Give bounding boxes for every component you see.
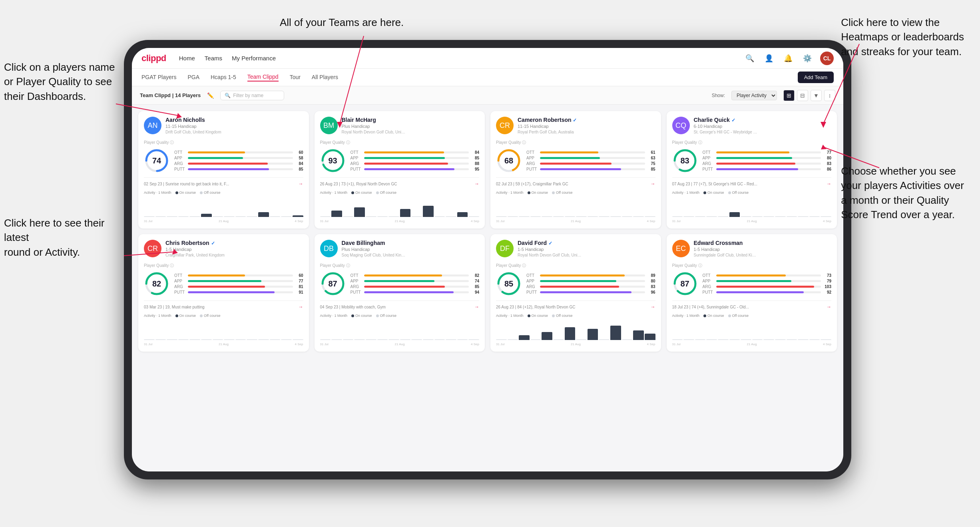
stat-row: OTT 84 — [351, 150, 480, 155]
chart-bar — [821, 339, 831, 340]
latest-round[interactable]: 07 Aug 23 | 77 (+7), St George's Hill GC… — [672, 177, 832, 187]
player-name[interactable]: Charlie Quick ✓ — [694, 117, 832, 123]
stats-grid: OTT 84 APP 85 ARG 88 PUTT 95 — [351, 150, 480, 171]
nav-logo[interactable]: clippd — [141, 53, 166, 64]
latest-round[interactable]: 04 Sep 23 | Mobility with coach, Gym → — [320, 300, 480, 310]
quality-label: Player Quality ⓘ — [320, 140, 480, 145]
chart-bar — [610, 326, 621, 340]
quality-ring[interactable]: 93 — [320, 148, 346, 173]
subnav-all-players[interactable]: All Players — [312, 74, 338, 81]
activity-title: Activity · 1 Month — [144, 191, 171, 195]
latest-round[interactable]: 26 Aug 23 | 73 (+1), Royal North Devon G… — [320, 177, 480, 187]
stat-row: PUTT 86 — [703, 167, 832, 171]
player-club: Royal North Devon Golf Club, United Kin.… — [518, 253, 582, 258]
subnav-pga[interactable]: PGA — [187, 74, 199, 81]
chart-bar — [434, 339, 445, 340]
quality-ring[interactable]: 83 — [672, 148, 698, 173]
player-card[interactable]: CR Cameron Robertson ✓ 11-15 Handicap Ro… — [490, 111, 661, 229]
chart-bar — [508, 339, 518, 340]
quality-ring[interactable]: 68 — [496, 148, 522, 173]
edit-icon[interactable]: ✏️ — [207, 92, 214, 99]
on-course-dot — [703, 314, 706, 317]
latest-round[interactable]: 26 Aug 23 | 84 (+12), Royal North Devon … — [496, 300, 655, 310]
annotation-left-bottom: Click here to see their latestround or A… — [4, 216, 124, 259]
view-grid-large[interactable]: ⊞ — [783, 90, 795, 101]
player-card[interactable]: BM Blair McHarg Plus Handicap Royal Nort… — [315, 111, 485, 229]
chart-bar — [235, 216, 246, 217]
quality-ring[interactable]: 87 — [320, 271, 346, 296]
chart-bar — [377, 216, 388, 217]
on-course-label: On course — [532, 314, 548, 318]
quality-ring[interactable]: 82 — [144, 271, 169, 296]
search-box[interactable]: 🔍 Filter by name — [220, 91, 284, 100]
player-name[interactable]: Edward Crossman — [694, 240, 832, 247]
quality-section: 82 OTT 60 APP 77 ARG 81 PUTT — [144, 271, 303, 296]
avatar[interactable]: CL — [820, 52, 834, 65]
show-select[interactable]: Player Activity — [731, 91, 777, 100]
chart-bar — [775, 339, 786, 340]
stat-label: OTT — [174, 273, 185, 278]
player-name[interactable]: Aaron Nicholls — [165, 117, 303, 123]
player-name[interactable]: Dave Billingham — [342, 240, 480, 247]
bell-icon[interactable]: 🔔 — [782, 52, 795, 65]
nav-my-performance[interactable]: My Performance — [232, 53, 276, 63]
person-icon[interactable]: 👤 — [763, 52, 775, 65]
stat-value: 60 — [295, 273, 303, 278]
latest-round[interactable]: 02 Jul 23 | 59 (+17), Craigmillar Park G… — [496, 177, 655, 187]
player-card[interactable]: EC Edward Crossman 1-5 Handicap Sunningd… — [667, 234, 837, 352]
chart-bar — [377, 339, 388, 340]
chart-bar — [331, 211, 342, 217]
player-card[interactable]: DB Dave Billingham Plus Handicap Soq Mag… — [315, 234, 485, 352]
chart-bar — [553, 339, 564, 340]
nav-teams[interactable]: Teams — [205, 53, 222, 63]
player-card[interactable]: AN Aaron Nicholls 11-15 Handicap Drift G… — [138, 111, 309, 229]
quality-section: 74 OTT 60 APP 58 ARG 84 PUTT — [144, 148, 303, 173]
nav-home[interactable]: Home — [179, 53, 195, 63]
player-name[interactable]: Blair McHarg — [342, 117, 480, 123]
chart-bar — [213, 339, 223, 340]
quality-ring[interactable]: 85 — [496, 271, 522, 296]
chart-bar — [468, 339, 479, 340]
latest-round[interactable]: 02 Sep 23 | Sunrise round to get back in… — [144, 177, 303, 187]
chart-bar — [411, 339, 422, 340]
player-name[interactable]: David Ford ✓ — [518, 240, 655, 247]
player-card[interactable]: CR Chris Robertson ✓ 1-5 Handicap Craigm… — [138, 234, 309, 352]
stat-label: ARG — [703, 161, 714, 166]
player-avatar: AN — [144, 117, 161, 134]
view-grid-small[interactable]: ⊟ — [797, 90, 808, 101]
latest-round[interactable]: 03 Mar 23 | 19, Must make putting → — [144, 300, 303, 310]
player-handicap: 1-5 Handicap — [694, 247, 832, 253]
chart-bar — [775, 216, 786, 217]
add-team-button[interactable]: Add Team — [798, 72, 834, 83]
player-card[interactable]: DF David Ford ✓ 1-5 Handicap Royal North… — [490, 234, 661, 352]
subnav-team-clippd[interactable]: Team Clippd — [247, 74, 279, 82]
latest-round[interactable]: 18 Jul 23 | 74 (+4), Sunningdale GC - Ol… — [672, 300, 832, 310]
chart-bars — [496, 199, 655, 217]
chart-label-mid: 21 Aug — [571, 342, 581, 346]
view-filter[interactable]: ▼ — [811, 90, 822, 101]
player-info: Blair McHarg Plus Handicap Royal North D… — [342, 117, 480, 135]
player-name[interactable]: Cameron Robertson ✓ — [518, 117, 655, 123]
quality-ring[interactable]: 87 — [672, 271, 698, 296]
quality-ring[interactable]: 74 — [144, 148, 169, 173]
view-sort[interactable]: ↕ — [824, 90, 835, 101]
player-header: CQ Charlie Quick ✓ 6-10 Handicap St. Geo… — [672, 117, 832, 135]
round-arrow: → — [651, 304, 655, 310]
subnav-hcaps[interactable]: Hcaps 1-5 — [211, 74, 236, 81]
player-name[interactable]: Chris Robertson ✓ — [165, 240, 303, 247]
subnav-tour[interactable]: Tour — [290, 74, 301, 81]
chart-label-end: 4 Sep — [471, 342, 479, 346]
quality-label: Player Quality ⓘ — [144, 263, 303, 268]
stat-value: 80 — [647, 279, 655, 283]
subnav-pgat[interactable]: PGAT Players — [141, 74, 176, 81]
round-arrow: → — [827, 181, 831, 187]
chart-bar — [155, 216, 166, 217]
round-text: 02 Jul 23 | 59 (+17), Craigmillar Park G… — [496, 182, 568, 186]
stat-bar — [364, 291, 469, 293]
stat-value: 63 — [647, 156, 655, 160]
stats-grid: OTT 73 APP 79 ARG 103 PUTT 92 — [703, 273, 832, 294]
search-icon[interactable]: 🔍 — [743, 52, 756, 65]
stat-row: OTT 73 — [703, 273, 832, 278]
player-card[interactable]: CQ Charlie Quick ✓ 6-10 Handicap St. Geo… — [667, 111, 837, 229]
settings-icon[interactable]: ⚙️ — [801, 52, 814, 65]
